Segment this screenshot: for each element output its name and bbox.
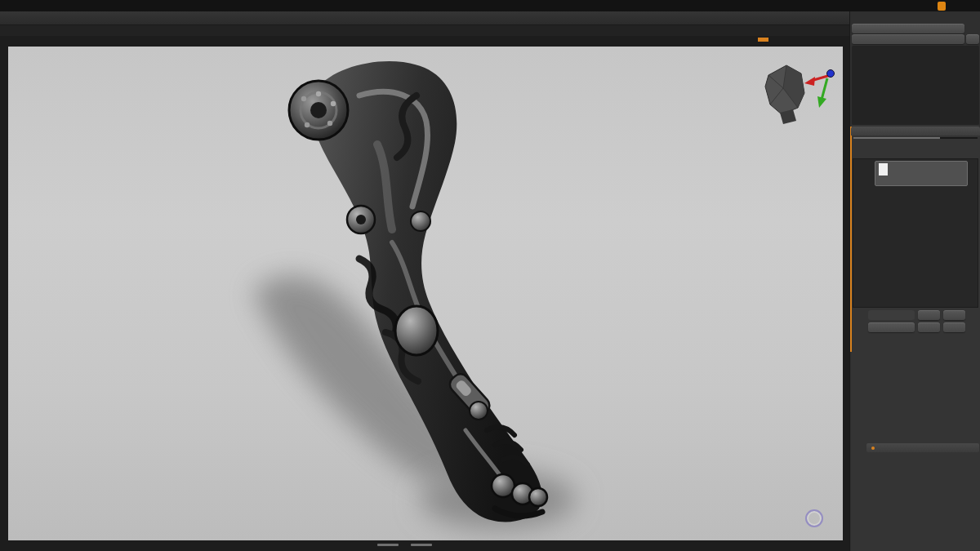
- subtool-header[interactable]: [851, 127, 980, 136]
- new-folder-button[interactable]: [868, 322, 915, 332]
- split-section-header[interactable]: [866, 443, 979, 452]
- subtool-item-controls: [875, 162, 967, 176]
- menubar: [0, 11, 849, 25]
- zbrush-app-window: [0, 0, 980, 551]
- menus-button[interactable]: [938, 2, 946, 11]
- tool-restore-button[interactable]: [966, 34, 979, 44]
- scrollbar-track-right[interactable]: [411, 544, 432, 546]
- canvas-top-marker[interactable]: [758, 38, 768, 42]
- visible-count-track[interactable]: [853, 137, 978, 139]
- sculpt-arm-model[interactable]: [8, 47, 843, 540]
- palette-scrollbar[interactable]: [850, 127, 852, 352]
- brush-cursor: [805, 509, 823, 527]
- select-up-button[interactable]: [918, 310, 940, 320]
- tool-thumbnails: [852, 46, 979, 125]
- scrollbar-track-left[interactable]: [377, 544, 399, 546]
- list-all-button[interactable]: [868, 310, 915, 320]
- document-canvas[interactable]: [8, 47, 843, 540]
- move-up-button[interactable]: [918, 322, 940, 332]
- move-down-button[interactable]: [943, 322, 965, 332]
- new-folder-row: [868, 322, 965, 332]
- canvas-bottom-scrollbar[interactable]: [377, 544, 432, 546]
- subtool-list: [853, 158, 978, 308]
- camera-head-gizmo[interactable]: [739, 59, 843, 132]
- list-all-row: [868, 310, 965, 320]
- subtool-thumbnail: [879, 163, 888, 176]
- visible-count-slider[interactable]: [853, 136, 978, 146]
- select-down-button[interactable]: [943, 310, 965, 320]
- visible-count-fill: [853, 137, 940, 139]
- titlebar: [0, 0, 980, 11]
- canvas-area: [0, 36, 849, 551]
- tool-palette: [849, 11, 980, 551]
- titlebar-right-controls: [915, 2, 975, 11]
- split-bullet-icon: [871, 447, 875, 450]
- current-tool-button[interactable]: [852, 34, 964, 44]
- statusbar: [0, 25, 849, 36]
- lightbox-tools-button[interactable]: [852, 24, 964, 33]
- subtool-item[interactable]: [875, 161, 968, 186]
